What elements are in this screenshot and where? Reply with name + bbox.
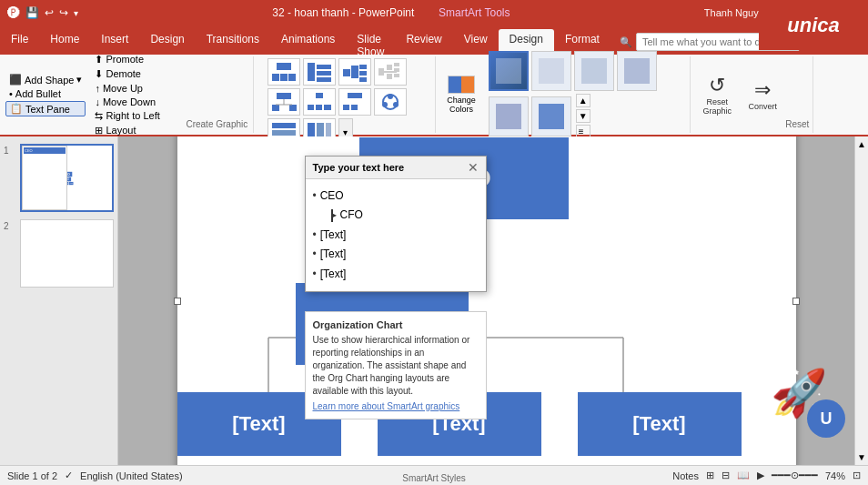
svg-rect-13 [378,68,384,76]
text-pane: Type your text here ✕ • CEO ▸ CFO • [305,156,487,293]
add-shape-btn[interactable]: ⬛ Add Shape ▾ [5,73,86,86]
smartart-style-4[interactable] [617,51,657,91]
status-bar-left: Slide 1 of 2 ✓ English (United States) [7,470,183,481]
convert-icon: ⇒ [754,78,771,102]
spell-check-icon: ✓ [65,470,73,481]
convert-btn[interactable]: ⇒ Convert [740,75,785,115]
layout-icon-5[interactable] [267,88,300,116]
smartart-tools-label: SmartArt Tools [439,6,510,19]
promote-btn[interactable]: ⬆ Promote [91,53,186,66]
right-scrollbar[interactable]: ▲ ▼ [854,136,868,465]
text-pane-item-1: • CEO [313,187,479,207]
rtl-icon: ⇆ [95,110,103,122]
redo-icon[interactable]: ↪ [59,6,68,19]
handle-left[interactable] [174,298,181,305]
zoom-slider[interactable]: ━━━⊙━━━ [772,470,818,481]
add-shape-icon: ⬛ [9,74,22,86]
tab-insert[interactable]: Insert [90,29,139,55]
layout-icon-8[interactable] [374,88,407,116]
layout-icon-6[interactable] [303,88,336,116]
layout-icon-7[interactable] [338,88,371,116]
slide-canvas[interactable]: CEO CFO [Text] [Text] [Text] Type your t… [177,136,796,465]
tab-file[interactable]: File [0,29,39,55]
tab-design[interactable]: Design [139,29,195,55]
app-icon: 🅟 [7,5,20,20]
smartart-style-6[interactable] [531,96,571,136]
move-down-btn[interactable]: ↓ Move Down [91,96,186,108]
title-bar-center: 32 - hoan thanh - PowerPoint SmartArt To… [272,6,510,19]
smartart-style-2[interactable] [531,51,571,91]
text1-label: [Text] [232,412,285,436]
handle-right[interactable] [792,298,800,305]
text-pane-header: Type your text here ✕ [306,157,486,179]
reset-graphic-icon: ↺ [709,74,725,97]
change-colors-btn[interactable]: ChangeColors [439,74,483,116]
learn-more-link[interactable]: Learn more about SmartArt graphics [313,401,460,411]
svg-rect-11 [359,71,367,76]
layout-btn[interactable]: ⊞ Layout [91,124,186,137]
ribbon-content: ⬛ Add Shape ▾ • Add Bullet 📋 Text Pane ⬆… [0,55,868,136]
right-to-left-btn[interactable]: ⇆ Right to Left [91,109,186,123]
demote-btn[interactable]: ⬇ Demote [91,67,186,81]
svg-rect-9 [351,66,358,78]
text-item-3-label: [Text] [320,226,347,246]
svg-rect-31 [343,105,349,110]
layout-icon-4[interactable] [374,58,407,86]
slide-count: Slide 1 of 2 [7,470,57,481]
tab-review[interactable]: Review [395,29,452,55]
slide-panel: 1 CEO CFO [T] [T] [T] CEO [0,136,118,465]
create-graphic-label: Create Graphic [186,119,247,129]
styles-scroll-down[interactable]: ▼ [576,109,590,123]
text-pane-btn[interactable]: 📋 Text Pane [5,101,86,116]
smartart-style-5[interactable] [489,96,529,136]
notes-btn[interactable]: Notes [672,470,699,481]
unica-logo: unica [759,0,868,50]
reset-graphic-btn[interactable]: ↺ ResetGraphic [694,70,740,119]
layout-icon-2[interactable] [303,58,336,86]
create-graphic-group: ⬛ Add Shape ▾ • Add Bullet 📋 Text Pane ⬆… [0,56,254,133]
reset-group: ↺ ResetGraphic ⇒ Convert Reset [691,56,813,133]
smartart-style-3[interactable] [574,51,614,91]
unica-circle-btn[interactable]: U [807,399,845,438]
scroll-up-btn[interactable]: ▲ [854,136,868,152]
title-bar: 🅟 💾 ↩ ↪ ▾ 32 - hoan thanh - PowerPoint S… [0,0,868,25]
normal-view-btn[interactable]: ⊞ [706,470,714,481]
reading-view-btn[interactable]: 📖 [737,470,750,481]
fit-window-btn[interactable]: ⊡ [853,470,861,481]
tab-transitions[interactable]: Transitions [196,29,270,55]
layout-icon-3[interactable] [338,58,371,86]
text-pane-close-btn[interactable]: ✕ [468,160,479,175]
move-up-btn[interactable]: ↑ Move Up [91,82,186,95]
tab-slideshow[interactable]: Slide Show [346,29,395,55]
svg-rect-19 [394,74,399,77]
text-item-5-label: [Text] [320,265,347,285]
undo-icon[interactable]: ↩ [45,6,54,19]
slideshow-btn[interactable]: ▶ [757,470,764,481]
text3-box[interactable]: [Text] [578,392,742,456]
svg-rect-12 [359,77,367,82]
layout-icon: ⊞ [95,125,103,136]
svg-rect-30 [348,93,362,98]
svg-rect-37 [272,123,296,128]
add-bullet-btn[interactable]: • Add Bullet [5,87,86,100]
svg-rect-18 [394,68,399,72]
description-body: Use to show hierarchical information or … [313,334,479,398]
svg-rect-27 [308,105,314,110]
tab-home[interactable]: Home [39,29,90,55]
slide-2-thumb[interactable] [20,219,114,288]
layout-icon-1[interactable] [267,58,300,86]
scroll-down-btn[interactable]: ▼ [854,450,868,465]
smartart-styles-group: ChangeColors ▲ ▼ [436,56,691,133]
slide-sorter-btn[interactable]: ⊟ [722,470,730,481]
slide-1-thumb-inner: CEO CFO [T] [T] [T] CEO [22,146,112,210]
text-pane-body: • CEO ▸ CFO • [Text] • [Text] [306,179,486,292]
styles-scroll-up[interactable]: ▲ [576,94,590,107]
tab-animations[interactable]: Animations [270,29,346,55]
svg-point-34 [388,94,393,99]
save-icon[interactable]: 💾 [25,6,39,19]
svg-rect-20 [277,93,291,99]
slide-1-thumb[interactable]: CEO CFO [T] [T] [T] CEO [20,144,114,212]
customize-icon[interactable]: ▾ [74,8,78,18]
colors-swatch [448,76,475,94]
smartart-style-1[interactable] [489,51,529,91]
